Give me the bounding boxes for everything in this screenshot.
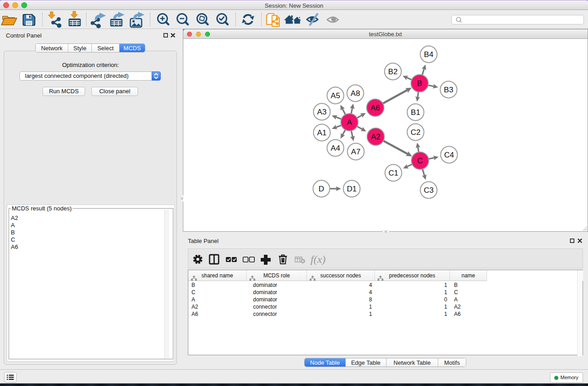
svg-text:D1: D1 xyxy=(347,185,357,193)
svg-text:C: C xyxy=(417,157,423,165)
svg-text:A7: A7 xyxy=(351,148,361,156)
svg-text:C1: C1 xyxy=(388,169,398,177)
svg-text:B1: B1 xyxy=(411,108,421,117)
svg-text:A2: A2 xyxy=(371,133,381,141)
svg-text:A: A xyxy=(347,118,352,127)
svg-text:B4: B4 xyxy=(424,50,434,59)
svg-text:A5: A5 xyxy=(331,91,340,100)
svg-text:A3: A3 xyxy=(317,108,327,116)
svg-text:C2: C2 xyxy=(411,128,421,137)
svg-text:B2: B2 xyxy=(388,67,398,76)
svg-text:A1: A1 xyxy=(317,129,327,137)
svg-text:A4: A4 xyxy=(331,144,340,152)
svg-text:C3: C3 xyxy=(424,186,434,195)
svg-text:C4: C4 xyxy=(444,151,454,159)
svg-text:B3: B3 xyxy=(444,86,454,94)
svg-text:B: B xyxy=(417,79,422,88)
svg-text:A6: A6 xyxy=(371,104,380,112)
svg-text:A8: A8 xyxy=(351,89,360,98)
svg-text:D: D xyxy=(319,185,324,193)
svg-text:f(x): f(x) xyxy=(311,253,325,265)
